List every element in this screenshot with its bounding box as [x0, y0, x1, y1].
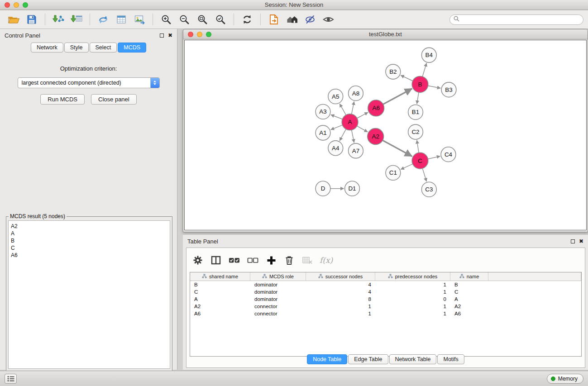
tab-motifs[interactable]: Motifs — [437, 354, 464, 364]
tab-node-table[interactable]: Node Table — [307, 354, 347, 364]
close-panel-button[interactable]: Close panel — [91, 94, 137, 105]
table-cell[interactable]: 1 — [306, 303, 375, 310]
task-history-button[interactable] — [5, 374, 17, 384]
table-cell[interactable]: dominator — [250, 288, 306, 295]
function-builder-icon[interactable]: f(x) — [320, 253, 333, 267]
network-minimize-button[interactable] — [197, 32, 202, 37]
zoom-out-icon[interactable] — [175, 12, 193, 27]
select-all-icon[interactable] — [228, 253, 240, 267]
tab-network-table[interactable]: Network Table — [389, 354, 437, 364]
tab-edge-table[interactable]: Edge Table — [348, 354, 388, 364]
table-cell[interactable]: A6 — [450, 310, 488, 317]
close-window-button[interactable] — [5, 2, 10, 8]
clear-table-icon[interactable] — [301, 253, 313, 267]
column-header[interactable]: predecessor nodes — [375, 272, 450, 281]
graph-edge-A-A7[interactable] — [352, 130, 354, 143]
table-cell[interactable]: 0 — [375, 295, 450, 303]
graph-edge-A-A2[interactable] — [357, 126, 368, 132]
graph-node-A1[interactable]: A1 — [316, 125, 330, 140]
graph-node-C1[interactable]: C1 — [386, 166, 401, 181]
zoom-window-button[interactable] — [23, 2, 28, 8]
deselect-all-icon[interactable] — [247, 253, 259, 267]
delete-row-icon[interactable] — [283, 253, 295, 267]
graph-node-B4[interactable]: B4 — [421, 48, 436, 62]
table-cell[interactable]: connector — [250, 310, 306, 317]
graph-node-A2[interactable]: A2 — [368, 129, 384, 145]
network-canvas[interactable]: B4B2BB3A5A8A6B1A3AC2A1A2A4A7C4CC1C3DD1 — [184, 40, 587, 230]
home-icon[interactable] — [283, 12, 301, 27]
column-header[interactable]: successor nodes — [306, 272, 375, 281]
table-cell[interactable]: 1 — [375, 281, 450, 288]
memory-button[interactable]: Memory — [547, 374, 583, 384]
column-header[interactable]: MCDS role — [250, 272, 306, 281]
open-session-icon[interactable] — [5, 12, 23, 27]
graph-edge-A-A3[interactable] — [331, 114, 343, 119]
graph-node-B3[interactable]: B3 — [441, 82, 456, 97]
mcds-result-item[interactable]: A2 — [11, 223, 167, 230]
float-panel-icon[interactable] — [160, 33, 164, 38]
graph-edge-C-C1[interactable] — [401, 164, 413, 169]
table-cell[interactable]: connector — [250, 303, 306, 310]
table-cell[interactable]: A — [190, 295, 250, 303]
open-file-icon[interactable] — [265, 12, 283, 27]
new-network-icon[interactable] — [94, 12, 112, 27]
graph-node-A5[interactable]: A5 — [328, 89, 343, 104]
import-network-icon[interactable] — [49, 12, 67, 27]
column-header[interactable]: shared name — [190, 272, 250, 281]
mcds-result-item[interactable]: C — [11, 244, 167, 252]
graph-edge-A-A8[interactable] — [352, 101, 354, 114]
mcds-result-item[interactable]: A — [11, 230, 167, 237]
tab-network[interactable]: Network — [31, 43, 63, 52]
new-table-icon[interactable] — [112, 12, 130, 27]
graph-node-C3[interactable]: C3 — [421, 182, 436, 197]
graph-edge-B-B1[interactable] — [417, 92, 419, 104]
search-input[interactable] — [462, 16, 579, 23]
graph-edge-C-C4[interactable] — [428, 156, 440, 159]
table-cell[interactable]: 4 — [306, 288, 375, 295]
criterion-select[interactable]: largest connected component (directed) — [18, 77, 160, 88]
import-table-icon[interactable] — [67, 12, 86, 27]
graph-node-B1[interactable]: B1 — [408, 105, 423, 119]
close-table-panel-icon[interactable]: ✖ — [579, 238, 583, 244]
table-cell[interactable]: B — [450, 281, 488, 288]
graph-node-A3[interactable]: A3 — [316, 104, 330, 119]
table-cell[interactable]: A6 — [190, 310, 250, 317]
network-close-button[interactable] — [188, 32, 193, 37]
graph-edge-A-A1[interactable] — [331, 125, 343, 129]
table-cell[interactable]: 4 — [306, 281, 375, 288]
table-cell[interactable]: A2 — [190, 303, 250, 310]
graph-edge-A-A5[interactable] — [339, 104, 346, 115]
graph-edge-A6-B[interactable] — [383, 89, 412, 105]
table-cell[interactable]: 1 — [306, 310, 375, 317]
graph-node-A6[interactable]: A6 — [368, 100, 384, 116]
add-row-icon[interactable] — [265, 253, 277, 267]
graph-edge-B-B3[interactable] — [428, 86, 441, 88]
column-header[interactable]: name — [450, 272, 488, 281]
table-cell[interactable]: A2 — [450, 303, 488, 310]
table-cell[interactable]: 8 — [306, 295, 375, 303]
table-cell[interactable]: 1 — [375, 303, 450, 310]
graph-edge-A-A4[interactable] — [339, 129, 346, 141]
graph-edge-B-B4[interactable] — [422, 63, 426, 76]
show-graphics-details-icon[interactable] — [319, 12, 337, 27]
table-cell[interactable]: 1 — [375, 310, 450, 317]
table-cell[interactable]: B — [190, 281, 250, 288]
zoom-in-icon[interactable] — [157, 12, 175, 27]
toggle-graphics-details-icon[interactable] — [301, 12, 319, 27]
graph-edge-C-C2[interactable] — [417, 140, 419, 153]
graph-edge-C-C3[interactable] — [422, 168, 426, 181]
graph-edge-B-B2[interactable] — [401, 75, 413, 81]
table-cell[interactable]: C — [190, 288, 250, 295]
graph-node-C[interactable]: C — [412, 152, 428, 169]
mcds-result-item[interactable]: B — [11, 237, 167, 244]
table-cell[interactable]: dominator — [250, 295, 306, 303]
network-zoom-button[interactable] — [206, 32, 211, 37]
float-table-panel-icon[interactable] — [571, 239, 575, 243]
save-session-icon[interactable] — [23, 12, 41, 27]
refresh-network-icon[interactable] — [238, 12, 256, 27]
export-image-icon[interactable] — [130, 12, 148, 27]
graph-node-C4[interactable]: C4 — [441, 147, 456, 162]
tab-select[interactable]: Select — [90, 43, 117, 52]
graph-node-D[interactable]: D — [316, 181, 330, 196]
mcds-result-item[interactable]: A6 — [11, 252, 167, 259]
